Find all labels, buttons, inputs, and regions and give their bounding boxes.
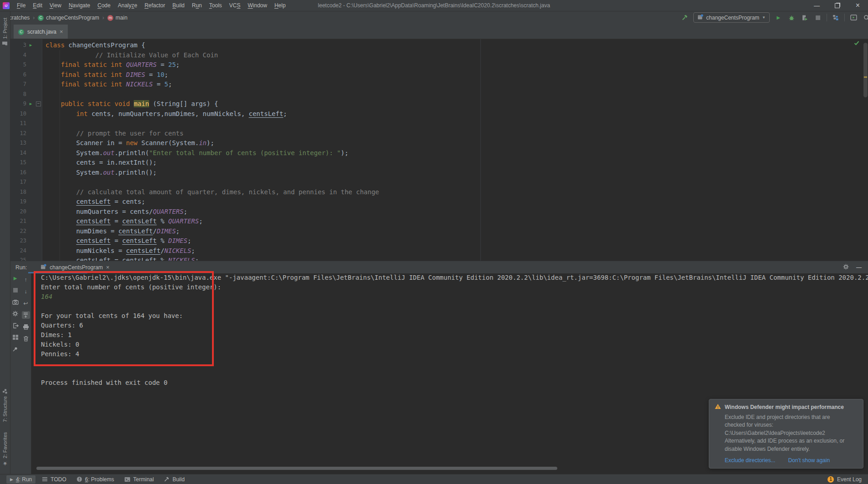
restore-layout-button[interactable] <box>11 333 20 341</box>
close-tab-icon[interactable]: × <box>60 29 63 35</box>
menu-tools[interactable]: Tools <box>206 0 226 10</box>
gutter-spacer <box>26 227 35 237</box>
svg-text:!: ! <box>717 404 719 409</box>
menu-help[interactable]: Help <box>271 0 289 10</box>
statusbar-item-build[interactable]: Build <box>160 475 188 484</box>
project-structure-button[interactable] <box>831 13 840 23</box>
breadcrumb-separator-icon: › <box>102 15 104 21</box>
stop-button[interactable] <box>813 13 823 23</box>
code-text: Scanner in = new Scanner(System.in); <box>45 138 214 148</box>
terminal-icon <box>124 477 131 482</box>
editor-scrollbar[interactable] <box>863 43 868 97</box>
method-icon: m <box>107 14 113 21</box>
dont-show-again-link[interactable]: Don't show again <box>788 457 830 464</box>
run-anything-button[interactable] <box>849 13 858 23</box>
editor-tab-bar: C scratch.java × <box>10 24 868 39</box>
settings-gear-icon[interactable] <box>843 264 849 271</box>
clear-all-button[interactable] <box>22 335 30 343</box>
gutter-cell: 25 <box>10 256 42 261</box>
sidebar-item-structure[interactable]: 7: Structure <box>0 389 10 422</box>
menu-build[interactable]: Build <box>169 0 188 10</box>
menu-navigate[interactable]: Navigate <box>65 0 94 10</box>
pin-tab-button[interactable] <box>11 345 20 353</box>
defender-notification: ! Windows Defender might impact performa… <box>709 399 863 469</box>
menu-file[interactable]: File <box>13 0 29 10</box>
breadcrumb-item-main[interactable]: mmain <box>107 14 127 21</box>
code-line: 25 centsLeft = centsLeft % NICKELS; <box>10 256 868 261</box>
scroll-to-end-button[interactable] <box>22 311 30 319</box>
code-line: 9▶– public static void main (String[] ar… <box>10 99 868 109</box>
gutter-spacer <box>35 109 42 119</box>
warning-stripe-mark[interactable] <box>864 76 867 78</box>
run-line-icon[interactable]: ▶ <box>26 40 35 50</box>
fold-icon[interactable]: – <box>35 99 42 109</box>
down-stack-trace-button[interactable]: ↓ <box>22 287 30 295</box>
code-text: System.out.println("Enter total number o… <box>45 148 348 158</box>
scratch-file-icon: C <box>18 28 24 35</box>
gutter-spacer <box>26 90 35 100</box>
statusbar-item-problems[interactable]: 6: Problems <box>73 475 118 484</box>
menu-edit[interactable]: Edit <box>29 0 46 10</box>
run-config-select[interactable]: changeCentsProgram ▼ <box>693 12 770 23</box>
code-line: 17 <box>10 177 868 187</box>
gutter-cell: 10 <box>10 109 42 119</box>
gutter-spacer <box>26 187 35 197</box>
search-everywhere-button[interactable] <box>862 13 868 23</box>
line-number: 10 <box>10 109 26 119</box>
line-number: 9 <box>10 99 26 109</box>
statusbar-item-todo[interactable]: TODO <box>38 475 70 484</box>
event-log-button[interactable]: 1 Event Log <box>828 476 862 483</box>
chevron-down-icon: ▼ <box>762 15 766 20</box>
event-log-badge: 1 <box>828 476 834 483</box>
settings-button[interactable] <box>11 310 20 318</box>
navigation-bar: Scratches›CchangeCentsProgram›mmain chan… <box>0 11 868 24</box>
run-button[interactable]: ▶ <box>774 13 783 23</box>
run-toolbar: ▶ ↑↓↩ <box>10 273 31 474</box>
up-stack-trace-button[interactable]: ↑ <box>22 276 30 283</box>
close-run-tab-icon[interactable]: × <box>106 264 110 270</box>
hide-panel-icon[interactable]: — <box>856 264 862 271</box>
build-hammer-button[interactable] <box>680 13 689 23</box>
console-line <box>41 368 868 378</box>
debug-button[interactable] <box>787 13 796 23</box>
statusbar-item-run[interactable]: ▶4: Run <box>6 475 35 484</box>
run-line-icon[interactable]: ▶ <box>26 99 35 109</box>
code-text: centsLeft = cents; <box>45 197 145 207</box>
soft-wrap-button[interactable]: ↩ <box>22 299 30 307</box>
detach-button[interactable] <box>11 322 20 329</box>
menu-run[interactable]: Run <box>188 0 206 10</box>
menu-vcs[interactable]: VCS <box>226 0 244 10</box>
sidebar-item-favorites[interactable]: ★2: Favorites <box>0 432 10 467</box>
dump-threads-button[interactable] <box>11 298 20 306</box>
breadcrumb-item-changecentsprogram[interactable]: CchangeCentsProgram <box>38 14 99 21</box>
stop-button[interactable] <box>11 286 20 294</box>
line-number: 4 <box>10 50 26 60</box>
code-text: centsLeft = centsLeft % NICKELS; <box>45 256 199 261</box>
gutter-spacer <box>26 207 35 217</box>
menu-view[interactable]: View <box>46 0 65 10</box>
gutter-cell: 6 <box>10 70 42 80</box>
menu-code[interactable]: Code <box>94 0 114 10</box>
exclude-directories-link[interactable]: Exclude directories... <box>725 457 775 464</box>
code-editor[interactable]: 3▶class changeCentsProgram {4 // Initial… <box>10 39 868 261</box>
sidebar-item-project[interactable]: 1: Project <box>0 18 10 46</box>
tab-scratch-java[interactable]: C scratch.java × <box>14 25 68 39</box>
gutter-spacer <box>26 217 35 227</box>
console-horizontal-scrollbar[interactable] <box>36 467 557 470</box>
run-config-icon <box>40 264 46 271</box>
maximize-button[interactable] <box>827 0 848 11</box>
code-text: centsLeft = centsLeft % QUARTERS; <box>45 217 203 227</box>
statusbar-item-terminal[interactable]: Terminal <box>121 475 157 484</box>
gutter-cell: 24 <box>10 246 42 256</box>
tool-stripe-label: 2: Favorites <box>2 432 8 458</box>
coverage-button[interactable] <box>800 13 809 23</box>
menu-refactor[interactable]: Refactor <box>141 0 169 10</box>
menu-window[interactable]: Window <box>244 0 271 10</box>
inspections-ok-icon[interactable] <box>854 40 859 47</box>
print-button[interactable] <box>22 323 30 331</box>
minimize-button[interactable]: — <box>807 0 827 11</box>
left-tool-stripe: 1: Project 7: Structure ★2: Favorites <box>0 11 10 474</box>
rerun-button[interactable]: ▶ <box>11 274 20 282</box>
close-button[interactable]: × <box>848 0 868 11</box>
menu-analyze[interactable]: Analyze <box>114 0 141 10</box>
